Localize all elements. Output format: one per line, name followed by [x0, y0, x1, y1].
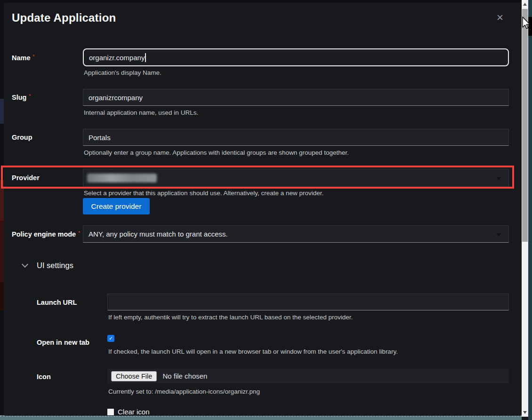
close-icon[interactable]: ✕ [496, 13, 504, 22]
provider-help: Select a provider that this application … [84, 190, 323, 197]
chevron-down-icon[interactable] [22, 261, 28, 268]
page-right-edge-black [528, 17, 532, 36]
slug-label: Slug* [12, 94, 31, 101]
group-input[interactable]: Portals [83, 129, 509, 146]
scrollbar-up-button[interactable] [522, 0, 528, 8]
group-label: Group [12, 134, 32, 141]
icon-file-input[interactable]: Choose File No file chosen [107, 369, 509, 383]
launch-url-label: Launch URL [37, 299, 77, 306]
choose-file-button[interactable]: Choose File [111, 371, 157, 381]
open-in-new-tab-checkbox[interactable]: ✓ [107, 335, 114, 342]
scrollbar[interactable] [522, 0, 528, 417]
checkmark-icon: ✓ [109, 336, 113, 341]
create-provider-button[interactable]: Create provider [83, 198, 150, 214]
icon-label: Icon [37, 373, 51, 380]
name-label: Name* [12, 54, 34, 62]
page-right-edge [528, 0, 532, 420]
provider-redacted-value [87, 174, 157, 182]
page-left-edge-red [0, 180, 4, 221]
arrow-up-icon [523, 3, 527, 6]
required-asterisk: * [33, 54, 35, 59]
page-left-edge-red [0, 282, 4, 310]
launch-url-help: If left empty, authentik will try to ext… [108, 314, 353, 321]
page-bottom-edge [0, 415, 522, 420]
slug-input-value: organizrcompany [89, 94, 143, 102]
slug-help: Internal application name, used in URLs. [84, 109, 198, 116]
page-left-edge-red [0, 221, 4, 282]
group-input-value: Portals [89, 134, 111, 142]
policy-engine-mode-label: Policy engine mode* [12, 230, 80, 238]
provider-label: Provider [12, 174, 40, 182]
name-input-value: organizr.company [89, 54, 145, 62]
slug-input[interactable]: organizrcompany [83, 89, 509, 106]
name-help: Application's display Name. [84, 69, 161, 76]
name-input[interactable]: organizr.company [83, 48, 509, 66]
required-asterisk: * [29, 94, 31, 99]
scrollbar-thumb[interactable] [522, 9, 528, 242]
modal-title: Update Application [12, 11, 116, 24]
ui-settings-group-header[interactable]: UI settings [37, 261, 73, 270]
arrow-down-icon [523, 411, 527, 414]
required-asterisk: * [78, 230, 80, 236]
icon-help: Currently set to: /media/application-ico… [108, 388, 260, 395]
dropdown-caret-icon [496, 233, 501, 236]
file-chosen-status: No file chosen [162, 372, 207, 380]
clear-icon-checkbox[interactable] [107, 409, 114, 415]
scrollbar-down-button[interactable] [522, 408, 528, 417]
policy-engine-mode-select[interactable]: ANY, any policy must match to grant acce… [83, 225, 509, 243]
open-in-new-tab-help: If checked, the launch URL will open in … [108, 348, 398, 355]
text-caret [145, 53, 146, 62]
group-help: Optionally enter a group name. Applicati… [84, 149, 349, 156]
update-application-modal: Update Application ✕ Name* organizr.comp… [4, 3, 522, 416]
launch-url-input[interactable] [107, 293, 509, 310]
policy-engine-mode-value: ANY, any policy must match to grant acce… [89, 230, 228, 238]
provider-select[interactable] [83, 169, 509, 188]
open-in-new-tab-label: Open in new tab [37, 339, 89, 346]
page-left-edge-blue [0, 99, 4, 124]
clear-icon-label: Clear icon [118, 408, 150, 416]
screen: Update Application ✕ Name* organizr.comp… [0, 0, 532, 420]
dropdown-caret-icon [496, 177, 501, 180]
